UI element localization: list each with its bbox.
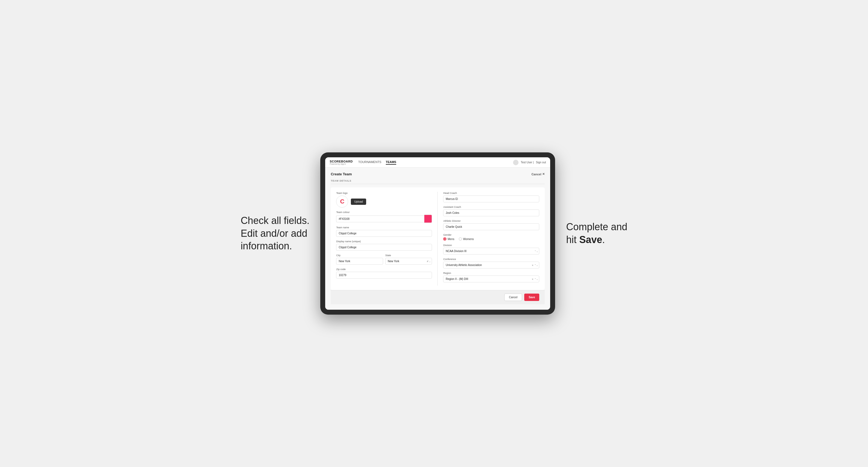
logo-circle: C bbox=[336, 195, 348, 208]
division-label: Division bbox=[443, 244, 539, 247]
region-select-wrapper: Region II - (M) DIII × ⌃⌄ bbox=[443, 276, 539, 282]
form-section: Team logo C Upload Team colo bbox=[331, 187, 545, 290]
division-controls: ⌃⌄ bbox=[534, 250, 538, 252]
cancel-button[interactable]: Cancel bbox=[504, 293, 522, 301]
region-controls: × ⌃⌄ bbox=[532, 277, 538, 280]
left-annotation: Check all fields. Edit and/or add inform… bbox=[241, 214, 309, 253]
nav-teams[interactable]: TEAMS bbox=[386, 160, 397, 165]
content-area: Create Team Cancel ✕ TEAM DETAILS bbox=[325, 168, 550, 310]
region-arrows-icon: ⌃⌄ bbox=[534, 278, 538, 280]
gender-womens-radio[interactable]: Womens bbox=[459, 237, 474, 241]
region-group: Region Region II - (M) DIII × ⌃⌄ bbox=[443, 272, 539, 282]
state-select-wrapper: New York × ⌃⌄ bbox=[385, 258, 432, 264]
team-name-label: Team name bbox=[336, 226, 432, 229]
close-icon: ✕ bbox=[542, 172, 545, 176]
team-logo-label: Team logo bbox=[336, 192, 432, 194]
nav-links: TOURNAMENTS TEAMS bbox=[358, 160, 513, 165]
assistant-coach-input[interactable] bbox=[443, 210, 539, 216]
zip-code-group: Zip code bbox=[336, 268, 432, 279]
region-clear-icon[interactable]: × bbox=[532, 277, 533, 280]
annotation-line3: information. bbox=[241, 240, 292, 251]
form-grid: Team logo C Upload Team colo bbox=[336, 192, 539, 286]
head-coach-input[interactable] bbox=[443, 195, 539, 203]
athletic-director-group: Athletic Director bbox=[443, 220, 539, 230]
state-clear-icon[interactable]: × bbox=[427, 260, 428, 263]
state-field-group: State New York × ⌃⌄ bbox=[385, 254, 432, 264]
team-logo-group: Team logo C Upload bbox=[336, 192, 432, 208]
division-select[interactable]: NCAA Division III bbox=[443, 248, 539, 254]
team-logo-area: C Upload bbox=[336, 195, 432, 208]
radio-womens-dot bbox=[459, 237, 462, 241]
nav-user-label: Test User | bbox=[521, 161, 534, 164]
upload-button[interactable]: Upload bbox=[351, 198, 366, 205]
city-input[interactable] bbox=[336, 258, 383, 264]
assistant-coach-group: Assistant Coach bbox=[443, 206, 539, 216]
conference-select[interactable]: University Athletic Association bbox=[443, 261, 539, 269]
team-colour-group: Team colour bbox=[336, 211, 432, 223]
tablet-screen: SCOREBOARD Powered by clipp'd TOURNAMENT… bbox=[325, 157, 550, 310]
team-colour-input[interactable] bbox=[336, 216, 424, 222]
section-header: TEAM DETAILS bbox=[331, 180, 545, 184]
conference-label: Conference bbox=[443, 258, 539, 260]
gender-row: Mens Womens bbox=[443, 237, 539, 241]
team-name-group: Team name bbox=[336, 226, 432, 237]
division-arrows-icon: ⌃⌄ bbox=[534, 250, 538, 252]
assistant-coach-label: Assistant Coach bbox=[443, 206, 539, 208]
city-label: City bbox=[336, 254, 383, 257]
city-state-group: City State New York bbox=[336, 254, 432, 264]
annotation-line2: Edit and/or add bbox=[241, 228, 307, 239]
gender-group: Gender Mens Womens bbox=[443, 234, 539, 241]
state-select[interactable]: New York bbox=[385, 258, 432, 264]
zip-label: Zip code bbox=[336, 268, 432, 271]
division-select-wrapper: NCAA Division III ⌃⌄ bbox=[443, 248, 539, 254]
athletic-director-input[interactable] bbox=[443, 223, 539, 230]
logo-area: SCOREBOARD Powered by clipp'd bbox=[330, 160, 352, 165]
display-name-group: Display name (unique) bbox=[336, 240, 432, 251]
page-title: Create Team bbox=[331, 172, 352, 176]
form-left-column: Team logo C Upload Team colo bbox=[336, 192, 438, 286]
conference-group: Conference University Athletic Associati… bbox=[443, 258, 539, 269]
annotation-line1: Check all fields. bbox=[241, 215, 309, 226]
right-annotation: Complete and hit Save. bbox=[566, 221, 627, 246]
region-select[interactable]: Region II - (M) DIII bbox=[443, 276, 539, 282]
conference-select-wrapper: University Athletic Association × ⌃⌄ bbox=[443, 261, 539, 269]
nav-signout[interactable]: Sign out bbox=[536, 161, 546, 164]
head-coach-label: Head Coach bbox=[443, 192, 539, 194]
color-input-wrapper bbox=[336, 215, 432, 223]
radio-mens-dot bbox=[443, 237, 446, 241]
state-label: State bbox=[385, 254, 432, 257]
annotation-right-line2: hit Save. bbox=[566, 234, 605, 245]
annotation-right-line1: Complete and bbox=[566, 221, 627, 232]
gender-label: Gender bbox=[443, 234, 539, 236]
form-footer: Cancel Save bbox=[331, 290, 545, 304]
nav-tournaments[interactable]: TOURNAMENTS bbox=[358, 160, 381, 165]
logo-text: SCOREBOARD bbox=[330, 160, 352, 163]
nav-right: Test User | Sign out bbox=[513, 160, 546, 165]
save-button[interactable]: Save bbox=[524, 293, 539, 301]
display-name-input[interactable] bbox=[336, 244, 432, 251]
gender-mens-radio[interactable]: Mens bbox=[443, 237, 454, 241]
division-group: Division NCAA Division III ⌃⌄ bbox=[443, 244, 539, 254]
region-label: Region bbox=[443, 272, 539, 275]
form-right-column: Head Coach Assistant Coach Athletic Dire… bbox=[438, 192, 539, 286]
cancel-top-button[interactable]: Cancel ✕ bbox=[531, 172, 545, 176]
team-name-input[interactable] bbox=[336, 230, 432, 237]
logo-sub: Powered by clipp'd bbox=[330, 163, 352, 165]
city-state-row: City State New York bbox=[336, 254, 432, 264]
conference-arrows-icon: ⌃⌄ bbox=[534, 264, 538, 266]
tablet-frame: SCOREBOARD Powered by clipp'd TOURNAMENT… bbox=[320, 152, 555, 315]
conference-controls: × ⌃⌄ bbox=[532, 263, 538, 267]
color-swatch[interactable] bbox=[424, 215, 432, 223]
user-avatar bbox=[513, 160, 519, 165]
display-name-label: Display name (unique) bbox=[336, 240, 432, 243]
zip-input[interactable] bbox=[336, 272, 432, 279]
athletic-director-label: Athletic Director bbox=[443, 220, 539, 222]
city-field-group: City bbox=[336, 254, 383, 264]
page-title-row: Create Team Cancel ✕ bbox=[331, 172, 545, 176]
logo-letter: C bbox=[340, 198, 345, 205]
top-nav: SCOREBOARD Powered by clipp'd TOURNAMENT… bbox=[325, 157, 550, 168]
conference-clear-icon[interactable]: × bbox=[532, 263, 533, 267]
gender-mens-label: Mens bbox=[447, 238, 454, 241]
gender-womens-label: Womens bbox=[463, 238, 474, 241]
team-colour-label: Team colour bbox=[336, 211, 432, 214]
